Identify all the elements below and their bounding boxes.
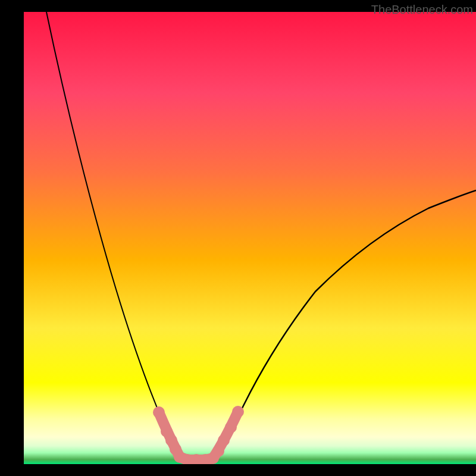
gradient-background bbox=[24, 12, 476, 464]
watermark-text: TheBottleneck.com bbox=[371, 3, 473, 17]
chart-svg bbox=[24, 12, 476, 464]
chart-container bbox=[24, 12, 476, 464]
